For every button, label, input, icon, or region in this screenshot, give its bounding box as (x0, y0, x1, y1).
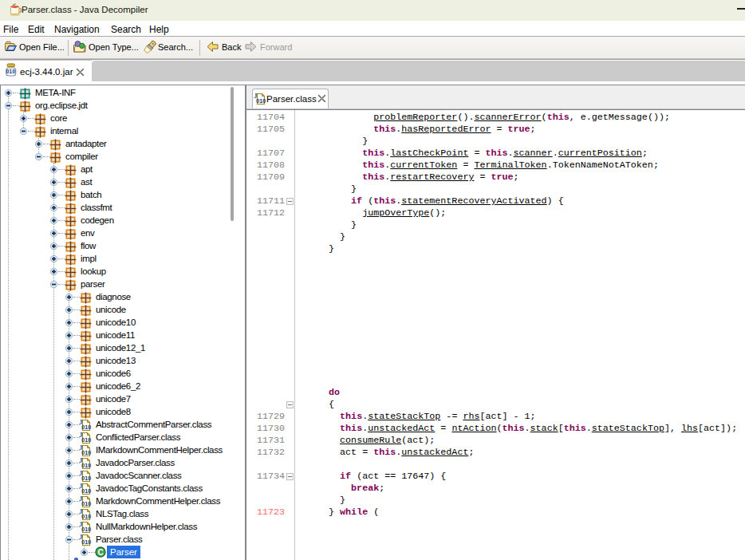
svg-text:010: 010 (81, 514, 91, 519)
svg-text:010: 010 (81, 424, 91, 430)
svg-text:010: 010 (81, 526, 91, 532)
svg-text:010: 010 (6, 69, 16, 74)
svg-text:010: 010 (81, 463, 91, 468)
svg-text:010: 010 (81, 501, 91, 507)
svg-text:010: 010 (81, 437, 91, 443)
svg-text:010: 010 (81, 488, 91, 494)
svg-text:010: 010 (81, 475, 91, 481)
svg-text:010: 010 (81, 450, 91, 455)
svg-text:C: C (97, 548, 103, 557)
svg-text:010: 010 (81, 539, 91, 545)
svg-text:010: 010 (256, 98, 266, 104)
